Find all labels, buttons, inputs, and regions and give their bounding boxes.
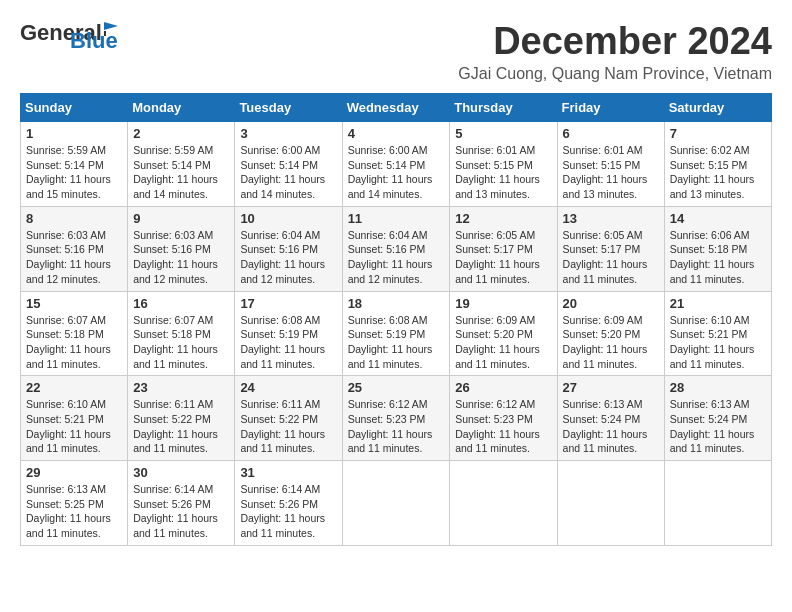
day-number: 17: [240, 296, 336, 311]
day-info: Sunrise: 5:59 AM Sunset: 5:14 PM Dayligh…: [26, 143, 122, 202]
day-info: Sunrise: 6:08 AM Sunset: 5:19 PM Dayligh…: [348, 313, 445, 372]
calendar-cell: 20 Sunrise: 6:09 AM Sunset: 5:20 PM Dayl…: [557, 291, 664, 376]
calendar-cell: 25 Sunrise: 6:12 AM Sunset: 5:23 PM Dayl…: [342, 376, 450, 461]
day-info: Sunrise: 6:07 AM Sunset: 5:18 PM Dayligh…: [133, 313, 229, 372]
day-info: Sunrise: 6:00 AM Sunset: 5:14 PM Dayligh…: [240, 143, 336, 202]
day-number: 3: [240, 126, 336, 141]
calendar-cell: 13 Sunrise: 6:05 AM Sunset: 5:17 PM Dayl…: [557, 206, 664, 291]
calendar-cell: [664, 461, 771, 546]
calendar-cell: 3 Sunrise: 6:00 AM Sunset: 5:14 PM Dayli…: [235, 122, 342, 207]
calendar-cell: 23 Sunrise: 6:11 AM Sunset: 5:22 PM Dayl…: [128, 376, 235, 461]
day-number: 12: [455, 211, 551, 226]
month-title: December 2024: [458, 20, 772, 63]
day-number: 31: [240, 465, 336, 480]
calendar-cell: 29 Sunrise: 6:13 AM Sunset: 5:25 PM Dayl…: [21, 461, 128, 546]
day-number: 4: [348, 126, 445, 141]
day-number: 30: [133, 465, 229, 480]
day-number: 18: [348, 296, 445, 311]
calendar-cell: 21 Sunrise: 6:10 AM Sunset: 5:21 PM Dayl…: [664, 291, 771, 376]
calendar-header-thursday: Thursday: [450, 94, 557, 122]
calendar-cell: 28 Sunrise: 6:13 AM Sunset: 5:24 PM Dayl…: [664, 376, 771, 461]
calendar-header-tuesday: Tuesday: [235, 94, 342, 122]
calendar-cell: 5 Sunrise: 6:01 AM Sunset: 5:15 PM Dayli…: [450, 122, 557, 207]
day-number: 29: [26, 465, 122, 480]
day-number: 15: [26, 296, 122, 311]
calendar-cell: 4 Sunrise: 6:00 AM Sunset: 5:14 PM Dayli…: [342, 122, 450, 207]
day-info: Sunrise: 6:09 AM Sunset: 5:20 PM Dayligh…: [563, 313, 659, 372]
day-info: Sunrise: 6:01 AM Sunset: 5:15 PM Dayligh…: [563, 143, 659, 202]
day-info: Sunrise: 6:14 AM Sunset: 5:26 PM Dayligh…: [240, 482, 336, 541]
day-number: 14: [670, 211, 766, 226]
calendar-week-row-1: 1 Sunrise: 5:59 AM Sunset: 5:14 PM Dayli…: [21, 122, 772, 207]
day-info: Sunrise: 6:09 AM Sunset: 5:20 PM Dayligh…: [455, 313, 551, 372]
day-info: Sunrise: 6:13 AM Sunset: 5:24 PM Dayligh…: [563, 397, 659, 456]
calendar-cell: 31 Sunrise: 6:14 AM Sunset: 5:26 PM Dayl…: [235, 461, 342, 546]
calendar-cell: 1 Sunrise: 5:59 AM Sunset: 5:14 PM Dayli…: [21, 122, 128, 207]
day-number: 20: [563, 296, 659, 311]
day-number: 21: [670, 296, 766, 311]
calendar-cell: 14 Sunrise: 6:06 AM Sunset: 5:18 PM Dayl…: [664, 206, 771, 291]
calendar-cell: 12 Sunrise: 6:05 AM Sunset: 5:17 PM Dayl…: [450, 206, 557, 291]
logo: General Blue: [20, 20, 118, 54]
day-info: Sunrise: 6:04 AM Sunset: 5:16 PM Dayligh…: [240, 228, 336, 287]
day-info: Sunrise: 6:13 AM Sunset: 5:25 PM Dayligh…: [26, 482, 122, 541]
day-info: Sunrise: 6:05 AM Sunset: 5:17 PM Dayligh…: [455, 228, 551, 287]
calendar-cell: 24 Sunrise: 6:11 AM Sunset: 5:22 PM Dayl…: [235, 376, 342, 461]
day-number: 25: [348, 380, 445, 395]
day-info: Sunrise: 6:11 AM Sunset: 5:22 PM Dayligh…: [133, 397, 229, 456]
day-info: Sunrise: 6:10 AM Sunset: 5:21 PM Dayligh…: [26, 397, 122, 456]
calendar-cell: 26 Sunrise: 6:12 AM Sunset: 5:23 PM Dayl…: [450, 376, 557, 461]
calendar-cell: 8 Sunrise: 6:03 AM Sunset: 5:16 PM Dayli…: [21, 206, 128, 291]
day-number: 11: [348, 211, 445, 226]
calendar-table: SundayMondayTuesdayWednesdayThursdayFrid…: [20, 93, 772, 546]
day-info: Sunrise: 6:03 AM Sunset: 5:16 PM Dayligh…: [133, 228, 229, 287]
calendar-cell: 19 Sunrise: 6:09 AM Sunset: 5:20 PM Dayl…: [450, 291, 557, 376]
day-info: Sunrise: 5:59 AM Sunset: 5:14 PM Dayligh…: [133, 143, 229, 202]
day-number: 24: [240, 380, 336, 395]
day-number: 23: [133, 380, 229, 395]
day-info: Sunrise: 6:11 AM Sunset: 5:22 PM Dayligh…: [240, 397, 336, 456]
day-number: 19: [455, 296, 551, 311]
calendar-cell: 15 Sunrise: 6:07 AM Sunset: 5:18 PM Dayl…: [21, 291, 128, 376]
calendar-week-row-5: 29 Sunrise: 6:13 AM Sunset: 5:25 PM Dayl…: [21, 461, 772, 546]
day-info: Sunrise: 6:12 AM Sunset: 5:23 PM Dayligh…: [348, 397, 445, 456]
day-info: Sunrise: 6:02 AM Sunset: 5:15 PM Dayligh…: [670, 143, 766, 202]
calendar-week-row-3: 15 Sunrise: 6:07 AM Sunset: 5:18 PM Dayl…: [21, 291, 772, 376]
calendar-cell: 22 Sunrise: 6:10 AM Sunset: 5:21 PM Dayl…: [21, 376, 128, 461]
day-number: 16: [133, 296, 229, 311]
calendar-week-row-4: 22 Sunrise: 6:10 AM Sunset: 5:21 PM Dayl…: [21, 376, 772, 461]
calendar-cell: 7 Sunrise: 6:02 AM Sunset: 5:15 PM Dayli…: [664, 122, 771, 207]
day-info: Sunrise: 6:01 AM Sunset: 5:15 PM Dayligh…: [455, 143, 551, 202]
day-number: 10: [240, 211, 336, 226]
day-number: 26: [455, 380, 551, 395]
calendar-cell: [557, 461, 664, 546]
calendar-cell: 9 Sunrise: 6:03 AM Sunset: 5:16 PM Dayli…: [128, 206, 235, 291]
day-info: Sunrise: 6:08 AM Sunset: 5:19 PM Dayligh…: [240, 313, 336, 372]
day-number: 5: [455, 126, 551, 141]
calendar-header-friday: Friday: [557, 94, 664, 122]
calendar-header-saturday: Saturday: [664, 94, 771, 122]
calendar-cell: [342, 461, 450, 546]
logo-blue-text: Blue: [70, 28, 118, 54]
calendar-cell: 30 Sunrise: 6:14 AM Sunset: 5:26 PM Dayl…: [128, 461, 235, 546]
day-number: 8: [26, 211, 122, 226]
day-number: 9: [133, 211, 229, 226]
day-number: 22: [26, 380, 122, 395]
day-info: Sunrise: 6:12 AM Sunset: 5:23 PM Dayligh…: [455, 397, 551, 456]
location-subtitle: GJai Cuong, Quang Nam Province, Vietnam: [458, 65, 772, 83]
calendar-cell: 6 Sunrise: 6:01 AM Sunset: 5:15 PM Dayli…: [557, 122, 664, 207]
day-info: Sunrise: 6:04 AM Sunset: 5:16 PM Dayligh…: [348, 228, 445, 287]
calendar-cell: 17 Sunrise: 6:08 AM Sunset: 5:19 PM Dayl…: [235, 291, 342, 376]
day-number: 2: [133, 126, 229, 141]
day-info: Sunrise: 6:00 AM Sunset: 5:14 PM Dayligh…: [348, 143, 445, 202]
day-number: 13: [563, 211, 659, 226]
day-number: 7: [670, 126, 766, 141]
calendar-header-row: SundayMondayTuesdayWednesdayThursdayFrid…: [21, 94, 772, 122]
day-info: Sunrise: 6:05 AM Sunset: 5:17 PM Dayligh…: [563, 228, 659, 287]
day-number: 28: [670, 380, 766, 395]
day-info: Sunrise: 6:07 AM Sunset: 5:18 PM Dayligh…: [26, 313, 122, 372]
calendar-body: 1 Sunrise: 5:59 AM Sunset: 5:14 PM Dayli…: [21, 122, 772, 546]
day-info: Sunrise: 6:03 AM Sunset: 5:16 PM Dayligh…: [26, 228, 122, 287]
calendar-cell: 16 Sunrise: 6:07 AM Sunset: 5:18 PM Dayl…: [128, 291, 235, 376]
day-number: 6: [563, 126, 659, 141]
